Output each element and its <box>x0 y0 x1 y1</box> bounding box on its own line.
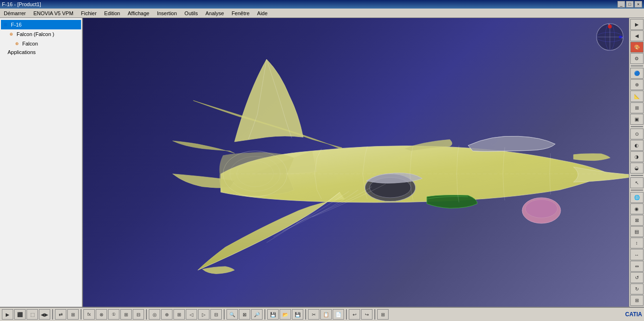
bt-btn-redo[interactable]: ↪ <box>361 309 372 320</box>
bt-btn-swap[interactable]: ⇄ <box>55 309 66 320</box>
bt-btn-stop[interactable]: ⬛ <box>14 309 26 320</box>
bt-btn-undo[interactable]: ↩ <box>349 309 360 320</box>
tb-btn-22[interactable]: ⊞ <box>630 295 644 306</box>
menu-affichage[interactable]: Affichage <box>124 9 153 17</box>
tree-icon-falcon-product: ⊕ <box>8 30 15 38</box>
titlebar: F-16 - [Product1] _ □ × <box>0 0 644 9</box>
bt-btn-save[interactable]: 💾 <box>267 309 279 320</box>
bt-btn-cut[interactable]: ✂ <box>308 309 319 320</box>
bt-sep-4 <box>224 309 225 320</box>
tb-sep-1 <box>631 65 643 66</box>
catia-brand: CATIA <box>625 311 642 318</box>
tb-btn-15[interactable]: ⊠ <box>630 215 644 226</box>
bt-btn-zoom-out[interactable]: 🔎 <box>251 309 263 320</box>
menu-aide[interactable]: Aide <box>254 9 272 17</box>
tree-icon-f16: ⊞ <box>2 21 9 28</box>
tb-sep-3 <box>631 175 643 176</box>
bt-sep-3 <box>146 309 147 320</box>
tb-btn-13[interactable]: 🌐 <box>630 192 644 203</box>
tb-btn-color[interactable]: 🎨 <box>630 42 644 53</box>
bt-btn-fwd[interactable]: ▷ <box>198 309 209 320</box>
menubar: Démarrer ENOVIA V5 VPM Fichier Edition A… <box>0 9 644 18</box>
bt-btn-sym[interactable]: ⊗ <box>96 309 107 320</box>
bt-btn-g2[interactable]: ⊞ <box>173 309 185 320</box>
tb-btn-21[interactable]: ↻ <box>630 284 644 294</box>
bt-btn-snap[interactable]: ⊞ <box>377 309 389 320</box>
tb-btn-3[interactable]: ⚙ <box>630 53 644 64</box>
close-button[interactable]: × <box>635 1 642 8</box>
bt-btn-minus[interactable]: ⊟ <box>210 309 222 320</box>
menu-insertion[interactable]: Insertion <box>153 9 181 17</box>
bt-btn-back[interactable]: ◁ <box>186 309 197 320</box>
main-area: ⊞ F-16 ⊕ Falcon (Falcon ) ⊕ Falcon Appli… <box>0 18 644 307</box>
bt-sep-2 <box>81 309 82 320</box>
bt-btn-circ[interactable]: ◎ <box>149 309 160 320</box>
tree-item-falcon[interactable]: ⊕ Falcon <box>1 39 81 48</box>
bt-btn-save2[interactable]: 💾 <box>292 309 303 320</box>
tb-btn-9[interactable]: ⊙ <box>630 128 644 139</box>
bt-btn-copy[interactable]: 📋 <box>320 309 332 320</box>
bt-btn-step[interactable]: ◀▶ <box>39 309 50 320</box>
bt-sep-6 <box>305 309 306 320</box>
tb-btn-12[interactable]: ◒ <box>630 163 644 174</box>
menu-demarrer[interactable]: Démarrer <box>0 9 29 17</box>
maximize-button[interactable]: □ <box>626 1 634 8</box>
tree-item-f16[interactable]: ⊞ F-16 <box>1 20 81 29</box>
tb-btn-11[interactable]: ◑ <box>630 151 644 162</box>
viewport-3d[interactable]: Y X <box>83 18 629 307</box>
tb-btn-8[interactable]: ▣ <box>630 114 644 125</box>
menu-analyse[interactable]: Analyse <box>201 9 227 17</box>
tree-icon-falcon: ⊕ <box>13 40 21 47</box>
tb-btn-17[interactable]: ↕ <box>630 238 644 248</box>
tb-btn-6[interactable]: 📐 <box>630 91 644 101</box>
bt-btn-fx[interactable]: fx <box>83 309 95 320</box>
tree-label-f16: F-16 <box>11 22 22 28</box>
titlebar-title: F-16 - [Product1] <box>2 1 41 7</box>
minimize-button[interactable]: _ <box>617 1 625 8</box>
menu-fichier[interactable]: Fichier <box>77 9 100 17</box>
bt-btn-open[interactable]: 📂 <box>280 309 291 320</box>
menu-outils[interactable]: Outils <box>181 9 201 17</box>
compass-widget: Y X <box>596 23 624 51</box>
plane-3d-view <box>83 18 629 307</box>
tb-sep-2 <box>631 126 643 127</box>
tree-label-falcon: Falcon <box>22 41 38 46</box>
tb-btn-5[interactable]: ⊕ <box>630 79 644 90</box>
menu-enovia[interactable]: ENOVIA V5 VPM <box>29 9 77 17</box>
bt-btn-add[interactable]: ⊞ <box>120 309 132 320</box>
tb-btn-1[interactable]: ▶ <box>630 19 644 30</box>
tb-btn-14[interactable]: ◉ <box>630 203 644 214</box>
menu-fenetre[interactable]: Fenêtre <box>228 9 254 17</box>
right-toolbar: ▶ ◀ 🎨 ⚙ 🔵 ⊕ 📐 ⊞ ▣ ⊙ ◐ ◑ ◒ ↖ 🌐 ◉ ⊠ ▤ ↕ ↔ … <box>629 18 644 307</box>
bt-btn-play[interactable]: ▶ <box>2 309 13 320</box>
tb-btn-4[interactable]: 🔵 <box>630 68 644 79</box>
bt-sep-8 <box>374 309 375 320</box>
menu-edition[interactable]: Edition <box>100 9 124 17</box>
tb-btn-16[interactable]: ▤ <box>630 226 644 237</box>
tree-label-applications: Applications <box>8 49 36 55</box>
svg-point-3 <box>526 200 558 218</box>
bt-btn-plus[interactable]: ⊕ <box>161 309 172 320</box>
bt-btn-zoom-fit[interactable]: ⊠ <box>239 309 250 320</box>
tree-item-falcon-product[interactable]: ⊕ Falcon (Falcon ) <box>1 29 81 39</box>
tree-panel: ⊞ F-16 ⊕ Falcon (Falcon ) ⊕ Falcon Appli… <box>0 18 83 307</box>
tb-btn-20[interactable]: ↺ <box>630 272 644 283</box>
bt-btn-num[interactable]: ① <box>108 309 119 320</box>
tb-btn-cursor[interactable]: ↖ <box>630 177 644 188</box>
tb-sep-4 <box>631 190 643 191</box>
bt-btn-sub[interactable]: ⊟ <box>133 309 144 320</box>
tree-label-falcon-product: Falcon (Falcon ) <box>17 31 54 37</box>
bt-btn-zoom-in[interactable]: 🔍 <box>227 309 238 320</box>
tb-btn-7[interactable]: ⊞ <box>630 102 644 113</box>
tb-btn-18[interactable]: ↔ <box>630 249 644 260</box>
tb-btn-19[interactable]: ⇔ <box>630 261 644 272</box>
bt-btn-grid[interactable]: ⊞ <box>67 309 79 320</box>
bt-sep-1 <box>52 309 53 320</box>
bt-btn-record[interactable]: ⬚ <box>27 309 38 320</box>
tb-btn-2[interactable]: ◀ <box>630 30 644 41</box>
bt-sep-5 <box>264 309 265 320</box>
bt-btn-paste[interactable]: 📄 <box>333 309 344 320</box>
tb-btn-10[interactable]: ◐ <box>630 140 644 151</box>
bottom-toolbar: ▶ ⬛ ⬚ ◀▶ ⇄ ⊞ fx ⊗ ① ⊞ ⊟ ◎ ⊕ ⊞ ◁ ▷ ⊟ 🔍 ⊠ … <box>0 307 644 321</box>
tree-item-applications[interactable]: Applications <box>1 48 81 56</box>
